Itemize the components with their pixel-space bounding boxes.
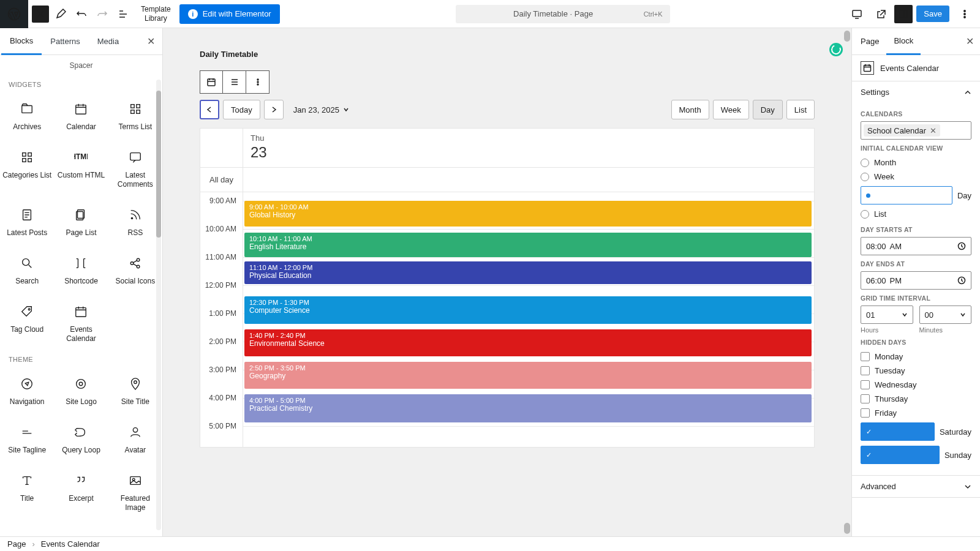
block-search[interactable]: Search — [0, 247, 54, 296]
left-scrollbar[interactable] — [156, 80, 161, 530]
spacer-block-label[interactable]: Spacer — [0, 58, 162, 78]
canvas-scrollbar[interactable] — [844, 31, 850, 534]
more-options-icon[interactable] — [956, 5, 974, 23]
today-button[interactable]: Today — [223, 100, 260, 119]
event-item[interactable]: 2:50 PM - 3:50 PMGeography — [244, 362, 812, 389]
allday-slot[interactable] — [243, 168, 814, 192]
block-events-calendar[interactable]: Events Calendar — [54, 296, 108, 353]
day-starts-input[interactable]: 08:00AM — [861, 237, 971, 255]
rss-icon — [128, 208, 143, 222]
hidden-day-sunday-checkbox[interactable]: Sunday — [861, 443, 971, 467]
event-item[interactable]: 4:00 PM - 5:00 PMPractical Chemistry — [244, 394, 812, 422]
settings-tab-page[interactable]: Page — [853, 28, 886, 55]
block-featured-image[interactable]: Featured Image — [108, 465, 162, 522]
close-editor-button[interactable] — [32, 6, 49, 23]
day-ends-input[interactable]: 06:00PM — [861, 271, 971, 290]
event-item[interactable]: 11:10 AM - 12:00 PMPhysical Education — [244, 261, 812, 284]
hours-select[interactable]: 01 — [861, 305, 913, 324]
editor-canvas: Daily Timetable Today Jan 23, 2025 Month… — [163, 28, 851, 536]
close-inserter-icon[interactable]: ✕ — [147, 36, 155, 47]
svg-point-36 — [257, 79, 258, 80]
block-latest-comments[interactable]: Latest Comments — [108, 141, 162, 199]
settings-section-toggle[interactable]: Settings — [852, 81, 980, 103]
initial-view-day-radio[interactable]: Day — [861, 184, 971, 207]
current-date-dropdown[interactable]: Jan 23, 2025 — [293, 105, 349, 114]
remove-chip-icon[interactable]: ✕ — [930, 126, 937, 135]
view-day-button[interactable]: Day — [753, 100, 783, 119]
inserter-tab-media[interactable]: Media — [89, 28, 127, 55]
hidden-day-monday-checkbox[interactable]: Monday — [861, 350, 971, 364]
edit-icon[interactable] — [51, 5, 70, 23]
calendars-input[interactable]: School Calendar ✕ — [861, 121, 971, 140]
redo-icon[interactable] — [93, 5, 111, 23]
grammarly-icon[interactable] — [829, 43, 843, 56]
block-shortcode[interactable]: Shortcode — [54, 247, 108, 296]
svg-point-26 — [28, 309, 30, 310]
advanced-section-toggle[interactable]: Advanced — [852, 476, 980, 497]
prev-day-button[interactable] — [200, 100, 219, 119]
block-archives[interactable]: Archives — [0, 93, 54, 141]
block-avatar[interactable]: Avatar — [108, 416, 162, 465]
hidden-day-friday-checkbox[interactable]: Friday — [861, 406, 971, 420]
undo-icon[interactable] — [72, 5, 91, 23]
block-query-loop[interactable]: Query Loop — [54, 416, 108, 465]
template-library-button[interactable]: Template Library — [141, 5, 171, 23]
block-title[interactable]: Title — [0, 465, 54, 522]
hidden-day-thursday-checkbox[interactable]: Thursday — [861, 392, 971, 406]
calendar-block-icon[interactable] — [200, 70, 223, 94]
minutes-select[interactable]: 00 — [919, 305, 972, 324]
breadcrumb-item[interactable]: Page — [7, 539, 26, 549]
block-more-options-icon[interactable] — [246, 70, 270, 94]
external-preview-icon[interactable] — [872, 5, 891, 23]
block-rss[interactable]: RSS — [108, 199, 162, 247]
next-day-button[interactable] — [264, 100, 284, 119]
block-site-tagline[interactable]: Site Tagline — [0, 416, 54, 465]
page-title[interactable]: Daily Timetable — [200, 39, 815, 62]
hidden-day-saturday-checkbox[interactable]: Saturday — [861, 420, 971, 443]
settings-tab-block[interactable]: Block — [886, 28, 921, 55]
wordpress-logo-icon[interactable] — [0, 0, 28, 28]
block-excerpt[interactable]: Excerpt — [54, 465, 108, 522]
document-outline-icon[interactable] — [114, 5, 132, 23]
settings-panel-toggle-icon[interactable] — [894, 5, 913, 23]
event-item[interactable]: 12:30 PM - 1:30 PMComputer Science — [244, 296, 812, 323]
view-week-button[interactable]: Week — [713, 100, 749, 119]
view-month-button[interactable]: Month — [671, 100, 709, 119]
block-tag-cloud[interactable]: Tag Cloud — [0, 296, 54, 353]
document-title-bar[interactable]: Daily Timetable · Page Ctrl+K — [456, 5, 670, 23]
initial-view-month-radio[interactable]: Month — [861, 156, 971, 170]
view-list-button[interactable]: List — [786, 100, 815, 119]
image-icon — [128, 473, 143, 488]
block-page-list[interactable]: Page List — [54, 199, 108, 247]
block-site-logo[interactable]: Site Logo — [54, 368, 108, 416]
save-button[interactable]: Save — [916, 6, 949, 22]
block-calendar[interactable]: Calendar — [54, 93, 108, 141]
close-settings-icon[interactable]: ✕ — [966, 36, 974, 47]
svg-rect-9 — [137, 105, 140, 108]
calendar-chip[interactable]: School Calendar ✕ — [864, 124, 940, 137]
block-custom-html[interactable]: HTMLCustom HTML — [54, 141, 108, 199]
block-site-title[interactable]: Site Title — [108, 368, 162, 416]
list-view-icon[interactable] — [223, 70, 246, 94]
event-item[interactable]: 9:00 AM - 10:00 AMGlobal History — [244, 201, 812, 227]
hidden-day-tuesday-checkbox[interactable]: Tuesday — [861, 364, 971, 378]
block-navigation[interactable]: Navigation — [0, 368, 54, 416]
inserter-tab-blocks[interactable]: Blocks — [1, 28, 42, 55]
initial-view-list-radio[interactable]: List — [861, 207, 971, 221]
initial-view-week-radio[interactable]: Week — [861, 170, 971, 184]
block-social-icons[interactable]: Social Icons — [108, 247, 162, 296]
events-area[interactable]: 9:00 AM - 10:00 AMGlobal History10:10 AM… — [243, 192, 814, 447]
breadcrumb-item[interactable]: Events Calendar — [41, 539, 100, 549]
block-categories-list[interactable]: Categories List — [0, 141, 54, 199]
block-latest-posts[interactable]: Latest Posts — [0, 199, 54, 247]
search-icon — [20, 256, 34, 271]
block-terms-list[interactable]: Terms List — [108, 93, 162, 141]
svg-point-22 — [23, 259, 29, 266]
event-item[interactable]: 10:10 AM - 11:00 AMEnglish Literature — [244, 233, 812, 257]
event-item[interactable]: 1:40 PM - 2:40 PMEnvironmental Science — [244, 329, 812, 356]
desktop-preview-icon[interactable] — [848, 5, 866, 23]
inserter-tab-patterns[interactable]: Patterns — [42, 28, 88, 55]
edit-with-elementor-button[interactable]: i Edit with Elementor — [179, 4, 280, 24]
hidden-day-wednesday-checkbox[interactable]: Wednesday — [861, 378, 971, 392]
tag-icon — [20, 304, 34, 319]
